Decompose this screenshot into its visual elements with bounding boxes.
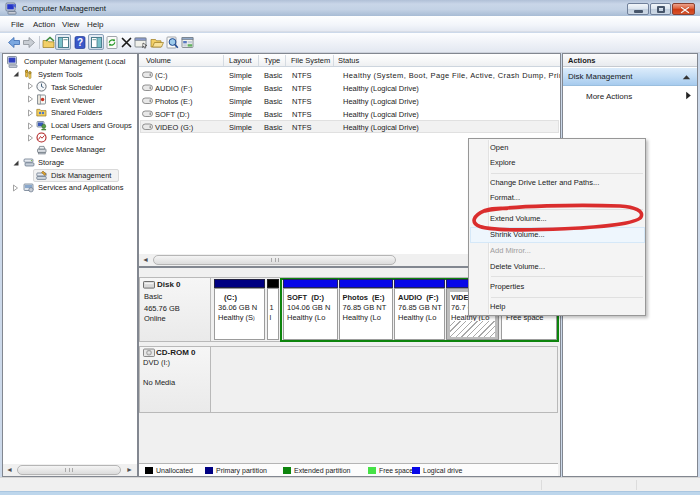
svg-text:?: ? [77, 37, 83, 48]
